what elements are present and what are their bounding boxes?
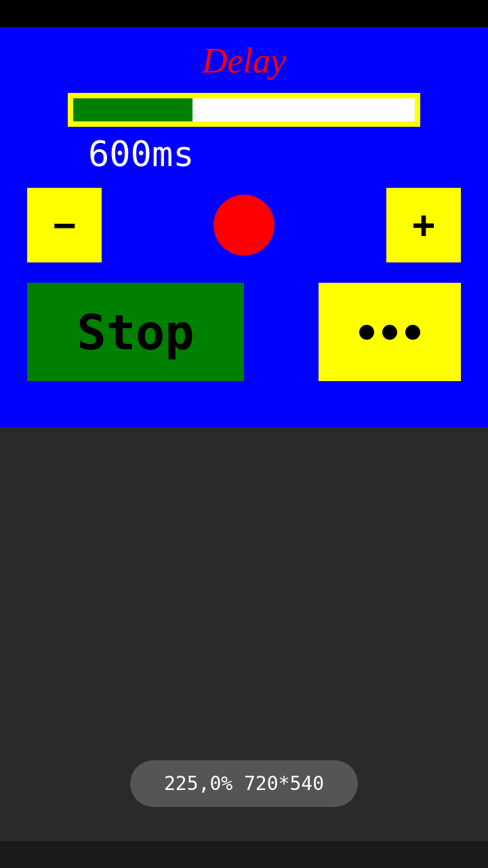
action-row: Stop	[20, 283, 468, 381]
progress-bar-empty	[192, 98, 415, 121]
zoom-info-badge: 225,0% 720*540	[130, 760, 358, 807]
dot-1	[359, 325, 374, 340]
blue-section: Delay 600ms − + Stop	[0, 27, 488, 427]
top-bar	[0, 0, 488, 27]
progress-bar-fill	[73, 98, 192, 121]
stop-button[interactable]: Stop	[27, 283, 244, 381]
controls-row: − +	[20, 188, 468, 262]
more-options-button[interactable]	[319, 283, 461, 381]
delay-value: 600ms	[88, 134, 195, 174]
progress-bar-container	[68, 93, 420, 127]
dot-3	[405, 325, 420, 340]
minus-button[interactable]: −	[27, 188, 102, 262]
dot-2	[382, 325, 397, 340]
plus-button[interactable]: +	[386, 188, 461, 262]
red-dot-indicator	[214, 195, 274, 256]
app-title: Delay	[202, 41, 286, 81]
dark-section: 225,0% 720*540	[0, 427, 488, 841]
